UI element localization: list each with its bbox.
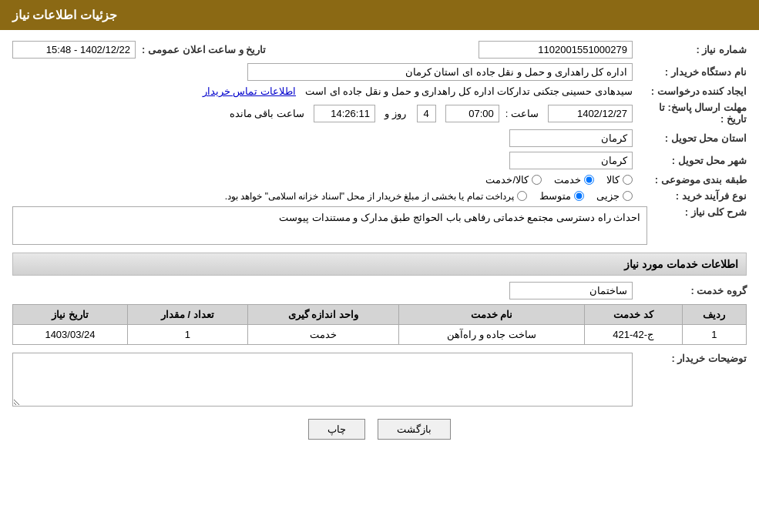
page-title: جزئیات اطلاعات نیاز (12, 8, 117, 22)
city-label: شهر محل تحویل : (639, 155, 747, 166)
buyer-description-textarea[interactable] (12, 353, 633, 407)
process-medium-item[interactable]: متوسط (539, 190, 584, 202)
service-group-label: گروه خدمت : (639, 285, 747, 296)
process-partial-item[interactable]: جزیی (596, 190, 633, 202)
category-service-item[interactable]: خدمت (554, 174, 594, 186)
col-service-name: نام خدمت (398, 305, 584, 325)
description-label: شرح کلی نیاز : (653, 206, 747, 218)
service-group-value: ساختمان (509, 282, 633, 299)
reply-time-label: ساعت : (505, 108, 539, 119)
process-medium-radio[interactable] (574, 191, 584, 201)
category-goods-radio[interactable] (623, 175, 633, 185)
need-number-value: 1102001551000279 (479, 41, 633, 59)
category-goods-service-item[interactable]: کالا/خدمت (485, 174, 542, 186)
category-goods-service-radio[interactable] (532, 175, 542, 185)
cell-quantity: 1 (127, 325, 247, 345)
creator-value: سیدهادی حسینی جتکنی تدارکات اداره کل راه… (305, 85, 633, 97)
cell-service-name: ساخت جاده و راه‌آهن (398, 325, 584, 345)
category-goods-service-label: کالا/خدمت (485, 174, 529, 186)
page-wrapper: جزئیات اطلاعات نیاز شماره نیاز : 1102001… (0, 0, 759, 532)
process-partial-label: جزیی (596, 190, 620, 202)
process-full-radio[interactable] (517, 191, 527, 201)
buyer-description-row: توضیحات خریدار : (12, 353, 747, 407)
category-goods-item[interactable]: کالا (606, 174, 633, 186)
description-value: احداث راه دسترسی مجتمع خدماتی رفاهی باب … (279, 212, 640, 223)
process-radio-group: جزیی متوسط پرداخت تمام یا بخشی از مبلغ خ… (225, 190, 633, 202)
contact-link[interactable]: اطلاعات تماس خریدار (203, 85, 296, 97)
cell-need-date: 1403/03/24 (13, 325, 128, 345)
cell-service-code: ج-42-421 (584, 325, 682, 345)
buyer-name-row: نام دستگاه خریدار : اداره کل راهداری و ح… (12, 63, 747, 81)
announcement-date-label: تاریخ و ساعت اعلان عمومی : (142, 44, 266, 55)
cell-row-num: 1 (682, 325, 746, 345)
buyer-name-value: اداره کل راهداری و حمل و نقل جاده ای است… (247, 63, 633, 81)
process-medium-label: متوسط (539, 190, 571, 202)
creator-row: ایجاد کننده درخواست : سیدهادی حسینی جتکن… (12, 85, 747, 97)
process-partial-radio[interactable] (623, 191, 633, 201)
process-row: نوع فرآیند خرید : جزیی متوسط پرداخت تمام… (12, 190, 747, 202)
buyer-name-label: نام دستگاه خریدار : (639, 66, 747, 78)
description-row: شرح کلی نیاز : احداث راه دسترسی مجتمع خد… (12, 206, 747, 245)
process-label: نوع فرآیند خرید : (639, 190, 747, 202)
category-radio-group: کالا خدمت کالا/خدمت (485, 174, 633, 186)
reply-remaining-value: 14:26:11 (314, 105, 375, 122)
category-service-label: خدمت (554, 174, 581, 186)
category-goods-label: کالا (606, 174, 620, 186)
buttons-row: بازگشت چاپ (12, 419, 747, 440)
announcement-date-value: 1402/12/22 - 15:48 (12, 41, 136, 59)
back-button[interactable]: بازگشت (378, 419, 451, 440)
process-full-item[interactable]: پرداخت تمام یا بخشی از مبلغ خریدار از مح… (225, 191, 527, 202)
col-row-num: ردیف (682, 305, 746, 325)
province-row: استان محل تحویل : کرمان (12, 129, 747, 147)
buyer-description-label: توضیحات خریدار : (639, 353, 747, 364)
reply-days-label: روز و (385, 108, 406, 119)
reply-deadline-row: مهلت ارسال پاسخ: تا تاریخ : 1402/12/27 س… (12, 102, 747, 125)
col-need-date: تاریخ نیاز (13, 305, 128, 325)
category-service-radio[interactable] (584, 175, 594, 185)
category-label: طبقه بندی موضوعی : (639, 174, 747, 186)
province-label: استان محل تحویل : (639, 132, 747, 144)
need-number-row: شماره نیاز : 1102001551000279 تاریخ و سا… (12, 41, 747, 59)
reply-deadline-label: مهلت ارسال پاسخ: تا تاریخ : (639, 102, 747, 125)
city-row: شهر محل تحویل : کرمان (12, 152, 747, 169)
col-service-code: کد خدمت (584, 305, 682, 325)
col-unit: واحد اندازه گیری (247, 305, 398, 325)
col-quantity: تعداد / مقدار (127, 305, 247, 325)
print-button[interactable]: چاپ (308, 419, 365, 440)
table-row: 1 ج-42-421 ساخت جاده و راه‌آهن خدمت 1 14… (13, 325, 747, 345)
creator-label: ایجاد کننده درخواست : (639, 85, 747, 97)
service-group-row: گروه خدمت : ساختمان (12, 282, 747, 299)
process-full-label: پرداخت تمام یا بخشی از مبلغ خریدار از مح… (225, 191, 514, 202)
need-number-label: شماره نیاز : (639, 44, 747, 55)
table-header-row: ردیف کد خدمت نام خدمت واحد اندازه گیری ت… (13, 305, 747, 325)
description-box: احداث راه دسترسی مجتمع خدماتی رفاهی باب … (12, 206, 647, 245)
services-section-title: اطلاعات خدمات مورد نیاز (12, 253, 747, 276)
reply-date-value: 1402/12/27 (548, 105, 633, 122)
reply-time-value: 07:00 (445, 105, 499, 122)
reply-days-value: 4 (417, 105, 436, 122)
province-value: کرمان (509, 129, 633, 147)
city-value: کرمان (509, 152, 633, 169)
page-header: جزئیات اطلاعات نیاز (0, 0, 759, 30)
main-content: شماره نیاز : 1102001551000279 تاریخ و سا… (0, 30, 759, 458)
reply-remaining-label: ساعت باقی مانده (230, 108, 304, 119)
services-table: ردیف کد خدمت نام خدمت واحد اندازه گیری ت… (12, 304, 747, 345)
category-row: طبقه بندی موضوعی : کالا خدمت کالا/خدمت (12, 174, 747, 186)
cell-unit: خدمت (247, 325, 398, 345)
